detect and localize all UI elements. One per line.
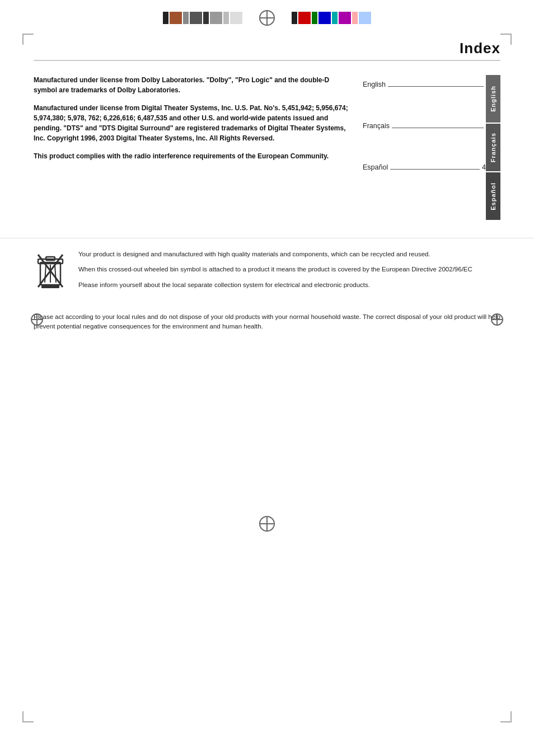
color-block	[230, 12, 242, 24]
page: Index Manufactured under license from Do…	[0, 0, 534, 756]
color-block	[190, 12, 202, 24]
right-area: English Français Español 4	[363, 75, 500, 221]
page-title-area: Index	[0, 31, 534, 60]
top-bar	[0, 0, 534, 31]
main-content: Manufactured under license from Dolby La…	[0, 69, 534, 232]
tab-espanol-label: Español	[490, 182, 496, 210]
svg-rect-8	[41, 285, 59, 288]
color-block	[163, 12, 168, 24]
recycling-text-area: Your product is designed and manufacture…	[78, 250, 500, 295]
tab-english-label: English	[490, 86, 496, 112]
svg-line-5	[55, 265, 56, 283]
toc-page-espanol: 4	[482, 163, 486, 171]
dts-text: Manufactured under license from Digital …	[34, 104, 348, 142]
color-block	[332, 12, 338, 24]
toc-dots-espanol	[390, 169, 480, 170]
title-separator	[34, 60, 500, 61]
eu-text: This product complies with the radio int…	[34, 152, 329, 160]
center-crosshair-icon	[259, 10, 275, 26]
bottom-text: Please act according to your local rules…	[34, 312, 500, 332]
color-block	[183, 12, 189, 24]
dts-text-block: Manufactured under license from Digital …	[34, 103, 352, 143]
corner-bl	[22, 711, 34, 722]
toc-entry-espanol: Español 4	[363, 163, 486, 171]
bottom-crosshair-area	[0, 510, 534, 537]
recycling-para-3: Please inform yourself about the local s…	[78, 280, 500, 290]
tab-espanol[interactable]: Español	[486, 172, 500, 220]
eu-text-block: This product complies with the radio int…	[34, 151, 352, 161]
color-block	[339, 12, 351, 24]
tab-francais[interactable]: Français	[486, 124, 500, 171]
recycling-para-2: When this crossed-out wheeled bin symbol…	[78, 265, 500, 274]
svg-line-3	[45, 265, 46, 283]
right-color-strip	[292, 12, 371, 24]
tab-english[interactable]: English	[486, 75, 500, 123]
recycling-para-1: Your product is designed and manufacture…	[78, 250, 500, 259]
recycling-section: Your product is designed and manufacture…	[0, 238, 534, 307]
toc-content: English Français Español 4	[363, 75, 486, 205]
right-crosshair-icon	[491, 313, 503, 327]
color-block	[292, 12, 297, 24]
tab-francais-label: Français	[490, 133, 496, 162]
bottom-crosshair-icon	[259, 516, 275, 532]
toc-entry-francais: Français	[363, 122, 486, 130]
left-color-strip	[163, 12, 242, 24]
toc-entry-english: English	[363, 81, 486, 88]
dolby-text-block: Manufactured under license from Dolby La…	[34, 75, 352, 95]
color-block	[352, 12, 358, 24]
dolby-text: Manufactured under license from Dolby La…	[34, 76, 329, 94]
recycling-icon-area	[34, 250, 67, 295]
page-title: Index	[460, 40, 500, 57]
color-block	[312, 12, 317, 24]
toc-label-espanol: Español	[363, 163, 388, 171]
left-content: Manufactured under license from Dolby La…	[34, 75, 363, 221]
bottom-paragraph: Please act according to your local rules…	[0, 307, 534, 343]
side-tabs: English Français Español	[486, 75, 500, 221]
toc-dots-english	[388, 86, 484, 87]
color-block	[298, 12, 311, 24]
corner-br	[500, 711, 512, 722]
toc-label-francais: Français	[363, 122, 390, 130]
color-block	[210, 12, 222, 24]
weee-symbol-icon	[36, 252, 65, 289]
color-block	[359, 12, 371, 24]
toc-label-english: English	[363, 81, 386, 88]
color-block	[223, 12, 229, 24]
color-block	[318, 12, 331, 24]
color-block	[170, 12, 182, 24]
color-block	[203, 12, 209, 24]
left-crosshair-icon	[31, 313, 43, 327]
toc-dots-francais	[392, 128, 484, 128]
